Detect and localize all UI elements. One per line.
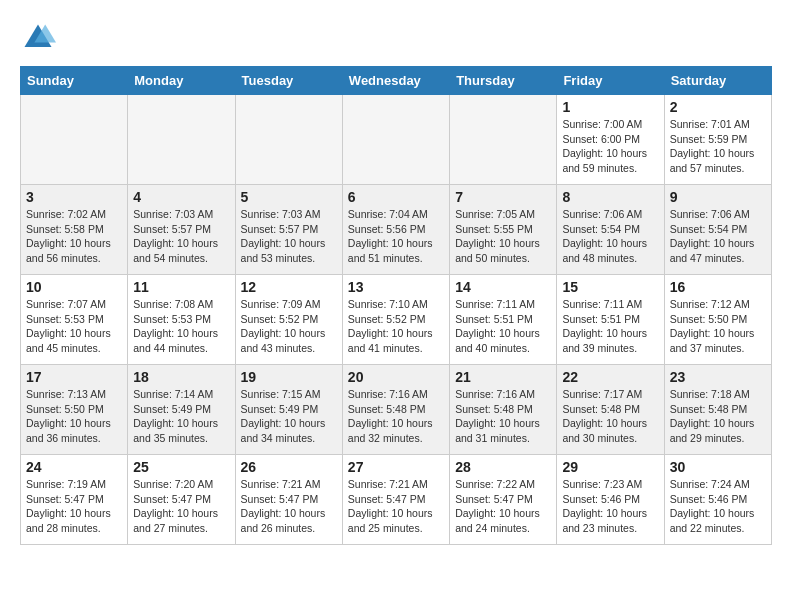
day-number: 2 bbox=[670, 99, 766, 115]
weekday-header: Tuesday bbox=[235, 67, 342, 95]
calendar-day-cell: 5Sunrise: 7:03 AM Sunset: 5:57 PM Daylig… bbox=[235, 185, 342, 275]
day-info: Sunrise: 7:13 AM Sunset: 5:50 PM Dayligh… bbox=[26, 387, 122, 446]
day-info: Sunrise: 7:06 AM Sunset: 5:54 PM Dayligh… bbox=[562, 207, 658, 266]
day-number: 30 bbox=[670, 459, 766, 475]
day-number: 11 bbox=[133, 279, 229, 295]
calendar-day-cell: 11Sunrise: 7:08 AM Sunset: 5:53 PM Dayli… bbox=[128, 275, 235, 365]
calendar-week-row: 1Sunrise: 7:00 AM Sunset: 6:00 PM Daylig… bbox=[21, 95, 772, 185]
day-info: Sunrise: 7:24 AM Sunset: 5:46 PM Dayligh… bbox=[670, 477, 766, 536]
day-info: Sunrise: 7:05 AM Sunset: 5:55 PM Dayligh… bbox=[455, 207, 551, 266]
day-info: Sunrise: 7:06 AM Sunset: 5:54 PM Dayligh… bbox=[670, 207, 766, 266]
calendar-day-cell: 1Sunrise: 7:00 AM Sunset: 6:00 PM Daylig… bbox=[557, 95, 664, 185]
day-number: 14 bbox=[455, 279, 551, 295]
day-number: 8 bbox=[562, 189, 658, 205]
calendar-day-cell: 3Sunrise: 7:02 AM Sunset: 5:58 PM Daylig… bbox=[21, 185, 128, 275]
calendar-day-cell: 19Sunrise: 7:15 AM Sunset: 5:49 PM Dayli… bbox=[235, 365, 342, 455]
header bbox=[20, 20, 772, 56]
calendar-day-cell: 16Sunrise: 7:12 AM Sunset: 5:50 PM Dayli… bbox=[664, 275, 771, 365]
day-info: Sunrise: 7:16 AM Sunset: 5:48 PM Dayligh… bbox=[348, 387, 444, 446]
calendar-day-cell: 25Sunrise: 7:20 AM Sunset: 5:47 PM Dayli… bbox=[128, 455, 235, 545]
calendar-week-row: 10Sunrise: 7:07 AM Sunset: 5:53 PM Dayli… bbox=[21, 275, 772, 365]
day-info: Sunrise: 7:07 AM Sunset: 5:53 PM Dayligh… bbox=[26, 297, 122, 356]
weekday-header: Monday bbox=[128, 67, 235, 95]
calendar-header-row: SundayMondayTuesdayWednesdayThursdayFrid… bbox=[21, 67, 772, 95]
calendar-day-cell: 17Sunrise: 7:13 AM Sunset: 5:50 PM Dayli… bbox=[21, 365, 128, 455]
day-number: 25 bbox=[133, 459, 229, 475]
weekday-header: Wednesday bbox=[342, 67, 449, 95]
calendar-week-row: 24Sunrise: 7:19 AM Sunset: 5:47 PM Dayli… bbox=[21, 455, 772, 545]
day-number: 23 bbox=[670, 369, 766, 385]
day-info: Sunrise: 7:23 AM Sunset: 5:46 PM Dayligh… bbox=[562, 477, 658, 536]
calendar-day-cell: 23Sunrise: 7:18 AM Sunset: 5:48 PM Dayli… bbox=[664, 365, 771, 455]
day-number: 22 bbox=[562, 369, 658, 385]
weekday-header: Sunday bbox=[21, 67, 128, 95]
day-info: Sunrise: 7:08 AM Sunset: 5:53 PM Dayligh… bbox=[133, 297, 229, 356]
day-info: Sunrise: 7:21 AM Sunset: 5:47 PM Dayligh… bbox=[348, 477, 444, 536]
day-info: Sunrise: 7:09 AM Sunset: 5:52 PM Dayligh… bbox=[241, 297, 337, 356]
day-info: Sunrise: 7:18 AM Sunset: 5:48 PM Dayligh… bbox=[670, 387, 766, 446]
day-number: 29 bbox=[562, 459, 658, 475]
calendar-day-cell bbox=[21, 95, 128, 185]
calendar-day-cell: 18Sunrise: 7:14 AM Sunset: 5:49 PM Dayli… bbox=[128, 365, 235, 455]
calendar-day-cell: 27Sunrise: 7:21 AM Sunset: 5:47 PM Dayli… bbox=[342, 455, 449, 545]
day-number: 4 bbox=[133, 189, 229, 205]
calendar-day-cell: 4Sunrise: 7:03 AM Sunset: 5:57 PM Daylig… bbox=[128, 185, 235, 275]
day-info: Sunrise: 7:04 AM Sunset: 5:56 PM Dayligh… bbox=[348, 207, 444, 266]
day-info: Sunrise: 7:00 AM Sunset: 6:00 PM Dayligh… bbox=[562, 117, 658, 176]
day-number: 15 bbox=[562, 279, 658, 295]
weekday-header: Friday bbox=[557, 67, 664, 95]
logo bbox=[20, 20, 62, 56]
calendar-week-row: 17Sunrise: 7:13 AM Sunset: 5:50 PM Dayli… bbox=[21, 365, 772, 455]
day-number: 3 bbox=[26, 189, 122, 205]
day-info: Sunrise: 7:11 AM Sunset: 5:51 PM Dayligh… bbox=[455, 297, 551, 356]
day-number: 20 bbox=[348, 369, 444, 385]
calendar-day-cell: 22Sunrise: 7:17 AM Sunset: 5:48 PM Dayli… bbox=[557, 365, 664, 455]
day-info: Sunrise: 7:16 AM Sunset: 5:48 PM Dayligh… bbox=[455, 387, 551, 446]
day-number: 13 bbox=[348, 279, 444, 295]
day-number: 9 bbox=[670, 189, 766, 205]
day-info: Sunrise: 7:21 AM Sunset: 5:47 PM Dayligh… bbox=[241, 477, 337, 536]
weekday-header: Thursday bbox=[450, 67, 557, 95]
calendar-day-cell: 8Sunrise: 7:06 AM Sunset: 5:54 PM Daylig… bbox=[557, 185, 664, 275]
day-info: Sunrise: 7:10 AM Sunset: 5:52 PM Dayligh… bbox=[348, 297, 444, 356]
calendar-day-cell: 15Sunrise: 7:11 AM Sunset: 5:51 PM Dayli… bbox=[557, 275, 664, 365]
day-info: Sunrise: 7:15 AM Sunset: 5:49 PM Dayligh… bbox=[241, 387, 337, 446]
logo-icon bbox=[20, 20, 56, 56]
calendar-week-row: 3Sunrise: 7:02 AM Sunset: 5:58 PM Daylig… bbox=[21, 185, 772, 275]
day-info: Sunrise: 7:14 AM Sunset: 5:49 PM Dayligh… bbox=[133, 387, 229, 446]
day-number: 7 bbox=[455, 189, 551, 205]
calendar-day-cell bbox=[342, 95, 449, 185]
day-number: 17 bbox=[26, 369, 122, 385]
day-number: 18 bbox=[133, 369, 229, 385]
day-number: 26 bbox=[241, 459, 337, 475]
weekday-header: Saturday bbox=[664, 67, 771, 95]
calendar-day-cell: 28Sunrise: 7:22 AM Sunset: 5:47 PM Dayli… bbox=[450, 455, 557, 545]
day-info: Sunrise: 7:22 AM Sunset: 5:47 PM Dayligh… bbox=[455, 477, 551, 536]
calendar-day-cell: 6Sunrise: 7:04 AM Sunset: 5:56 PM Daylig… bbox=[342, 185, 449, 275]
day-number: 6 bbox=[348, 189, 444, 205]
day-number: 28 bbox=[455, 459, 551, 475]
calendar-day-cell: 14Sunrise: 7:11 AM Sunset: 5:51 PM Dayli… bbox=[450, 275, 557, 365]
day-number: 21 bbox=[455, 369, 551, 385]
calendar-day-cell: 12Sunrise: 7:09 AM Sunset: 5:52 PM Dayli… bbox=[235, 275, 342, 365]
day-number: 16 bbox=[670, 279, 766, 295]
calendar-day-cell: 24Sunrise: 7:19 AM Sunset: 5:47 PM Dayli… bbox=[21, 455, 128, 545]
day-number: 5 bbox=[241, 189, 337, 205]
calendar: SundayMondayTuesdayWednesdayThursdayFrid… bbox=[20, 66, 772, 545]
day-number: 1 bbox=[562, 99, 658, 115]
calendar-day-cell bbox=[450, 95, 557, 185]
calendar-day-cell: 13Sunrise: 7:10 AM Sunset: 5:52 PM Dayli… bbox=[342, 275, 449, 365]
day-info: Sunrise: 7:11 AM Sunset: 5:51 PM Dayligh… bbox=[562, 297, 658, 356]
calendar-day-cell: 26Sunrise: 7:21 AM Sunset: 5:47 PM Dayli… bbox=[235, 455, 342, 545]
calendar-day-cell: 9Sunrise: 7:06 AM Sunset: 5:54 PM Daylig… bbox=[664, 185, 771, 275]
calendar-day-cell: 29Sunrise: 7:23 AM Sunset: 5:46 PM Dayli… bbox=[557, 455, 664, 545]
calendar-day-cell: 21Sunrise: 7:16 AM Sunset: 5:48 PM Dayli… bbox=[450, 365, 557, 455]
day-info: Sunrise: 7:03 AM Sunset: 5:57 PM Dayligh… bbox=[133, 207, 229, 266]
day-info: Sunrise: 7:20 AM Sunset: 5:47 PM Dayligh… bbox=[133, 477, 229, 536]
calendar-day-cell: 7Sunrise: 7:05 AM Sunset: 5:55 PM Daylig… bbox=[450, 185, 557, 275]
day-info: Sunrise: 7:01 AM Sunset: 5:59 PM Dayligh… bbox=[670, 117, 766, 176]
day-number: 12 bbox=[241, 279, 337, 295]
calendar-day-cell: 2Sunrise: 7:01 AM Sunset: 5:59 PM Daylig… bbox=[664, 95, 771, 185]
calendar-day-cell bbox=[235, 95, 342, 185]
day-info: Sunrise: 7:19 AM Sunset: 5:47 PM Dayligh… bbox=[26, 477, 122, 536]
